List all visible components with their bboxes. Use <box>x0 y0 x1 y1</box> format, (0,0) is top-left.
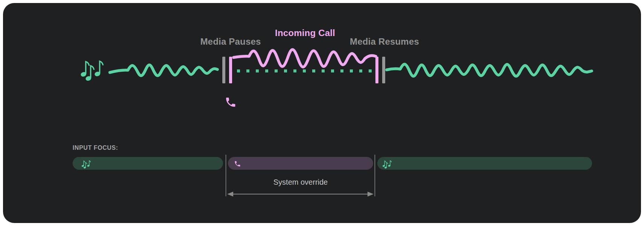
incoming-call-label: Incoming Call <box>275 28 335 38</box>
resume-marker-gray <box>382 57 385 83</box>
music-notes-icon <box>80 61 103 81</box>
focus-segment-media-2 <box>377 157 592 170</box>
media-resumes-label: Media Resumes <box>350 36 419 47</box>
media-waveform-left <box>110 65 217 76</box>
phone-icon <box>226 98 235 107</box>
media-waveform-right <box>387 64 592 76</box>
system-override-label: System override <box>273 178 328 187</box>
focus-segment-call <box>228 157 373 170</box>
diagram-canvas: Media Pauses Incoming Call Media Resumes… <box>0 0 644 226</box>
pause-marker-pink <box>229 57 232 83</box>
system-override-arrow <box>227 192 374 197</box>
input-focus-heading: INPUT FOCUS: <box>73 145 118 151</box>
resume-marker-pink <box>375 57 378 83</box>
focus-segment-media-1 <box>73 157 223 170</box>
call-waveform <box>234 50 376 67</box>
pause-marker-gray <box>222 57 225 83</box>
media-pauses-label: Media Pauses <box>200 36 261 47</box>
